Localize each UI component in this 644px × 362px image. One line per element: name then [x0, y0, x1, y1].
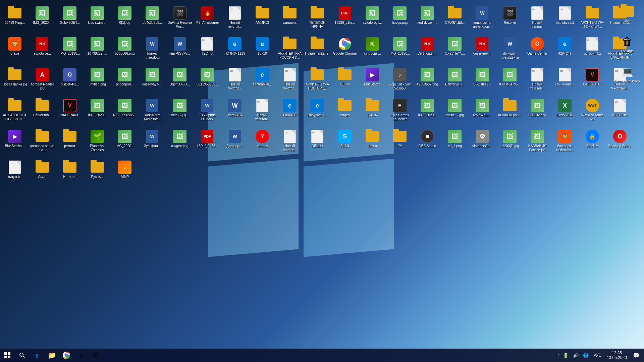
- desktop-icon-babydive-l[interactable]: eBabydive_l...: [304, 98, 330, 127]
- desktop-icon-obsch-txt[interactable]: txtОБЩ.bt: [304, 128, 330, 158]
- desktop-icon-00499-king[interactable]: 00499-King...: [2, 5, 28, 35]
- desktop-icon-nazvaniya-rossii[interactable]: 🖼НАЗВАНИЯ России.jpg: [524, 128, 550, 158]
- desktop-icon-novyi-txt-7[interactable]: txtНовый текстов...: [249, 98, 275, 127]
- desktop-icon-volobuye[interactable]: PDFволобуye...: [29, 36, 55, 65]
- desktop-icon-kassovaya[interactable]: 🖼kassovaya-...: [139, 67, 165, 96]
- desktop-icon-8300434795[interactable]: 🖼8300434795...: [497, 67, 523, 96]
- desktop-icon-600x400[interactable]: e600×400: [277, 98, 303, 127]
- desktop-icon-telefon-irina[interactable]: ТЕЛЕФОН ИРИНА: [304, 5, 330, 35]
- desktop-icon-kids-swim[interactable]: 🖼kids-swim-...: [84, 5, 110, 35]
- desktop-icon-pnroprol[interactable]: 🖼pnропрол...: [112, 67, 138, 96]
- taskbar-app-file-explorer[interactable]: 📁: [44, 349, 59, 362]
- start-button[interactable]: [0, 349, 15, 362]
- desktop-icon-babydive-txt[interactable]: txtbabydive.txt: [552, 5, 578, 35]
- desktop-icon-6011955339[interactable]: 🖼6011955339...: [194, 67, 220, 96]
- taskbar-app-edge[interactable]: e: [30, 349, 44, 362]
- desktop-icon-img-2020-1[interactable]: 🖼IMG_2020...: [29, 5, 55, 35]
- desktop-icon-resolve[interactable]: 🎬Resolve: [497, 5, 523, 35]
- desktop-icon-oboi[interactable]: ОБОИ: [332, 67, 358, 96]
- desktop-icon-qxavheyv[interactable]: 🖼QXaVHeYV...: [442, 36, 468, 65]
- desktop-icon-yandex[interactable]: YYandex: [249, 128, 275, 158]
- desktop-icon-06-zstmg[interactable]: 🖼06-ZstMG...: [469, 67, 495, 96]
- taskbar-app-steam[interactable]: ♨: [74, 349, 89, 362]
- desktop-icon-vibrancege[interactable]: ⚙vibranceGe...: [469, 128, 495, 158]
- desktop-icon-arhitektura-russia[interactable]: АРХИТЕКТУРА РОССИЯ И...: [277, 36, 303, 65]
- tray-network-icon[interactable]: 🌐: [581, 349, 591, 362]
- desktop-icon-novyi-txt-5[interactable]: txtНовый текстов...: [524, 67, 550, 96]
- desktop-icon-valorant-exe[interactable]: VВАЛОРАН...: [579, 67, 605, 96]
- desktop-icon-gubw3oet[interactable]: 🖼Gubw3OET...: [57, 5, 83, 35]
- desktop-icon-obs-studio[interactable]: ⏺OBS Studio: [414, 128, 440, 158]
- tray-volume-icon[interactable]: 🔊: [571, 349, 581, 362]
- desktop-icon-brave[interactable]: 🦁Brave: [2, 36, 28, 65]
- desktop-icon-s1200-1[interactable]: 🖼s1200[1].jpg: [497, 128, 523, 158]
- desktop-icon-5363666[interactable]: 🖼5363666.png: [112, 36, 138, 65]
- notification-center-button[interactable]: 💬: [630, 349, 642, 362]
- desktop-icon-img-2020-4[interactable]: 🖼IMG_2020...: [112, 128, 138, 158]
- desktop-icon-img-2019-1[interactable]: 🖼IMG_20190...: [57, 36, 83, 65]
- desktop-icon-hd-1[interactable]: 🖼hd_1.png: [442, 128, 468, 158]
- desktop-icon-kingdom[interactable]: KKingdom-...: [359, 36, 385, 65]
- desktop-icon-arhitektura-skulp2[interactable]: АРХИТЕКТУРА СКУЛЬПТУ...: [2, 98, 28, 127]
- desktop-icon-18828-c1fe[interactable]: PDF18828_c1fe...: [332, 5, 358, 35]
- desktop-icon-amir13[interactable]: АМИР13: [249, 5, 275, 35]
- desktop-icon-plants-vs-zombies[interactable]: 🌱Plants vs. Zombies: [84, 128, 110, 158]
- desktop-icon-russkiy[interactable]: Русский: [84, 159, 110, 189]
- desktop-icon-amir[interactable]: Амир: [29, 159, 55, 189]
- desktop-icon-untitled-png[interactable]: 🖼untitled.png: [84, 67, 110, 96]
- desktop-icon-doja-cat[interactable]: ♪Doja Cat - Say So.mp3: [387, 67, 413, 96]
- desktop-icon-novyi-txt-2[interactable]: txtНовый текстов...: [524, 5, 550, 35]
- desktop-icon-novaya-papka-2[interactable]: Новая папка (2): [304, 36, 330, 65]
- desktop-icon-babydive-jpg[interactable]: 🖼Babydive_j...: [442, 67, 468, 96]
- desktop-icon-bqbma440[interactable]: 🖼BqbmA40O...: [167, 67, 193, 96]
- desktop-icon-bb4c3d6b5[interactable]: 🖼bb4c3d6b5...: [139, 5, 165, 35]
- desktop-icon-novyi-txt-3[interactable]: txtНовый текстов...: [222, 67, 248, 96]
- desktop-icon-arhitektura-skulp[interactable]: АРХИТЕКТУРА И СКУЛЬП...: [579, 5, 605, 35]
- desktop-icon-dogovor[interactable]: WДоговор-...: [222, 128, 248, 158]
- desktop-icon-papa[interactable]: ПАПА: [359, 98, 385, 127]
- desktop-icon-litra-txt[interactable]: txtлитра.txt: [2, 159, 28, 189]
- desktop-icon-biznes-plan[interactable]: Wбизнес план.docx: [139, 36, 165, 65]
- desktop-icon-game-center[interactable]: GGame Center: [524, 36, 550, 65]
- tray-overflow-button[interactable]: ^: [556, 354, 560, 357]
- desktop-icon-safeUM[interactable]: 🔒SafeUM: [579, 128, 605, 158]
- desktop-icon-img-2020-3[interactable]: 🖼IMG_2020...: [414, 98, 440, 127]
- desktop-icon-liliana[interactable]: лилиана: [277, 5, 303, 35]
- desktop-icon-slan[interactable]: SSLAN: [332, 128, 358, 158]
- desktop-icon-stolitsy[interactable]: СТОЛИЦЫ...: [442, 5, 468, 35]
- desktop-icon-voprosy-anketa[interactable]: Wвопросы по анкетиров...: [469, 5, 495, 35]
- desktop-icon-10710[interactable]: e10710: [249, 36, 275, 65]
- desktop-icon-kollekcii[interactable]: КОЛЛЕКЦИИ...: [497, 98, 523, 127]
- desktop-icon-zulfan[interactable]: WЗульфан...: [139, 128, 165, 158]
- desktop-icon-brauser-opera[interactable]: OБраузер Opera: [607, 128, 633, 158]
- desktop-icon-funkcii-prezidenta[interactable]: Wфункции президента: [497, 36, 523, 65]
- desktop-icon-valorant[interactable]: VVALORANT: [57, 98, 83, 127]
- language-indicator[interactable]: РУС: [591, 349, 603, 362]
- desktop-icon-bluestacks-exe[interactable]: ▶BlueStacks...: [2, 128, 28, 158]
- desktop-icon-bosforzh[interactable]: 🦁босфорж. мебель.w...: [552, 128, 578, 158]
- desktop-icon-santehnika[interactable]: esantehnika...: [249, 67, 275, 96]
- desktop-icon-certificate[interactable]: PDFCertificate[...]: [414, 36, 440, 65]
- desktop-icon-sochinenie[interactable]: txtсочинение...: [552, 67, 578, 96]
- desktop-icon-remont[interactable]: ремонт: [57, 128, 83, 158]
- desktop-icon-4zplf-p433[interactable]: PDF4ZPLf_P433...: [194, 128, 220, 158]
- desktop-icon-davinci[interactable]: 🎬DaVinci Resolve Pro...: [167, 5, 193, 35]
- desktop-icon-fzvzwrle[interactable]: 🖼fZVZWrLE...: [469, 98, 495, 127]
- desktop-icon-dokument-ms[interactable]: WДокумент Microsoft...: [139, 98, 165, 127]
- desktop-icon-huygu-png[interactable]: 🖼huygu.png: [387, 5, 413, 35]
- desktop-icon-xod-dvizeni[interactable]: 🖼xod-dvizeni...: [414, 5, 440, 35]
- desktop-icon-world-of-tanks[interactable]: WoTWorld of Tanks RU: [579, 98, 605, 127]
- taskbar-app-chrome[interactable]: [59, 349, 74, 362]
- desktop-icon-novyi-txt-1[interactable]: txtНовый текстов...: [222, 5, 248, 35]
- desktop-icon-42353637[interactable]: 🖼42353637.png: [414, 67, 440, 96]
- desktop-icon-67568656[interactable]: 🖼67568656585...: [112, 98, 138, 127]
- desktop-icon-arhitektura-novgorod[interactable]: АРХИТЕКТУРА НОВГОРОД: [304, 67, 330, 96]
- desktop-icon-novyi-txt-8[interactable]: txtНовый текстов...: [277, 128, 303, 158]
- desktop-icon-video[interactable]: Видео: [332, 98, 358, 127]
- desktop-icon-aimp[interactable]: ♪AIMP: [112, 159, 138, 189]
- system-clock[interactable]: 12:35 13.05.2020: [604, 349, 630, 362]
- desktop-icon-istor-txt[interactable]: txtИСТОР.txt: [607, 98, 633, 127]
- desktop-icon-novyi-txt-4[interactable]: txtНовый текстов...: [277, 67, 303, 96]
- desktop-icon-epic-games[interactable]: EEpic Games Launcher: [387, 98, 413, 127]
- desktop-icon-429x241[interactable]: e429×241: [552, 36, 578, 65]
